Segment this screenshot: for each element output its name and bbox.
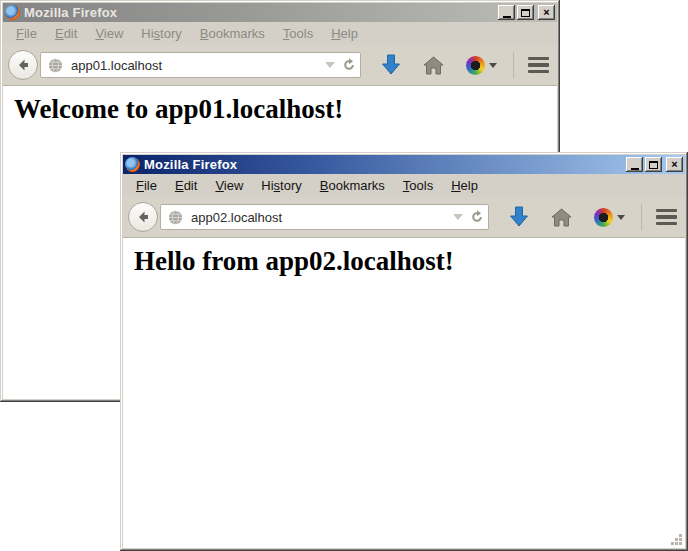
addon-button[interactable]	[594, 208, 625, 227]
url-bar[interactable]: app01.localhost	[40, 52, 361, 78]
menu-item-view[interactable]: View	[206, 176, 252, 195]
titlebar[interactable]: Mozilla Firefox ×	[3, 3, 557, 22]
addon-dropdown-caret-icon[interactable]	[489, 63, 497, 68]
menu-item-edit[interactable]: Edit	[46, 24, 86, 43]
minimize-icon	[631, 162, 639, 170]
color-lens-icon	[594, 208, 613, 227]
url-history-dropdown-icon[interactable]	[325, 62, 335, 68]
firefox-window-app02: Mozilla Firefox × FileEditViewHistoryBoo…	[120, 152, 688, 551]
reload-icon[interactable]	[341, 57, 357, 73]
menu-item-tools[interactable]: Tools	[274, 24, 322, 43]
window-title: Mozilla Firefox	[144, 157, 622, 172]
menu-item-help[interactable]: Help	[322, 24, 367, 43]
resize-grip[interactable]	[669, 532, 684, 547]
menu-item-bookmarks[interactable]: Bookmarks	[191, 24, 274, 43]
menu-bar: FileEditViewHistoryBookmarksToolsHelp	[123, 174, 685, 197]
maximize-button[interactable]	[517, 5, 534, 20]
minimize-button[interactable]	[626, 157, 643, 172]
maximize-button[interactable]	[645, 157, 662, 172]
window-title: Mozilla Firefox	[24, 5, 494, 20]
titlebar[interactable]: Mozilla Firefox ×	[123, 155, 685, 174]
menu-button[interactable]	[656, 209, 677, 226]
back-arrow-icon	[135, 209, 151, 225]
menu-item-history[interactable]: History	[252, 176, 310, 195]
minimize-button[interactable]	[498, 5, 515, 20]
color-lens-icon	[466, 56, 485, 75]
toolbar-separator	[641, 204, 642, 230]
home-button[interactable]	[551, 208, 572, 227]
url-text[interactable]: app01.localhost	[63, 58, 319, 73]
close-button[interactable]: ×	[538, 5, 555, 20]
navigation-toolbar: app01.localhost	[3, 45, 557, 86]
navigation-toolbar: app02.localhost	[123, 197, 685, 238]
download-arrow-icon	[381, 54, 401, 76]
globe-icon[interactable]	[48, 58, 63, 73]
home-icon	[551, 208, 572, 227]
toolbar-separator	[513, 52, 514, 78]
firefox-icon	[5, 5, 20, 20]
globe-icon[interactable]	[168, 210, 183, 225]
menu-item-history[interactable]: History	[132, 24, 190, 43]
url-text[interactable]: app02.localhost	[183, 210, 447, 225]
back-button[interactable]	[8, 50, 38, 80]
page-heading: Hello from app02.localhost!	[134, 246, 685, 277]
reload-icon[interactable]	[469, 209, 485, 225]
download-arrow-icon	[509, 206, 529, 228]
menu-item-view[interactable]: View	[86, 24, 132, 43]
minimize-icon	[503, 10, 511, 18]
close-button[interactable]: ×	[666, 157, 683, 172]
downloads-button[interactable]	[381, 54, 401, 76]
menu-item-edit[interactable]: Edit	[166, 176, 206, 195]
page-heading: Welcome to app01.localhost!	[14, 94, 557, 125]
menu-item-help[interactable]: Help	[442, 176, 487, 195]
menu-button[interactable]	[528, 57, 549, 74]
downloads-button[interactable]	[509, 206, 529, 228]
menu-item-file[interactable]: File	[7, 24, 46, 43]
desktop: Mozilla Firefox × FileEditViewHistoryBoo…	[0, 0, 688, 551]
menu-bar: FileEditViewHistoryBookmarksToolsHelp	[3, 22, 557, 45]
maximize-icon	[521, 9, 530, 17]
hamburger-icon	[528, 57, 549, 61]
url-bar[interactable]: app02.localhost	[160, 204, 489, 230]
url-history-dropdown-icon[interactable]	[453, 214, 463, 220]
firefox-icon	[125, 157, 140, 172]
addon-dropdown-caret-icon[interactable]	[617, 215, 625, 220]
addon-button[interactable]	[466, 56, 497, 75]
menu-item-file[interactable]: File	[127, 176, 166, 195]
menu-item-tools[interactable]: Tools	[394, 176, 442, 195]
home-icon	[423, 56, 444, 75]
back-arrow-icon	[15, 57, 31, 73]
maximize-icon	[649, 161, 658, 169]
close-icon: ×	[543, 7, 549, 18]
close-icon: ×	[671, 159, 677, 170]
page-content: Hello from app02.localhost!	[123, 238, 685, 548]
hamburger-icon	[656, 209, 677, 213]
menu-item-bookmarks[interactable]: Bookmarks	[311, 176, 394, 195]
back-button[interactable]	[128, 202, 158, 232]
home-button[interactable]	[423, 56, 444, 75]
